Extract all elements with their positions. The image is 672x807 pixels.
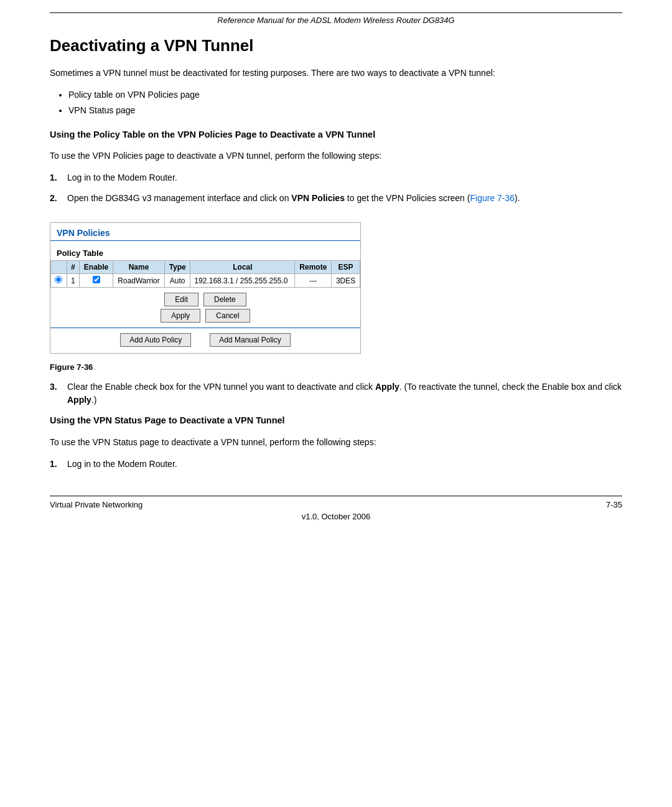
- step-3-end: .): [91, 395, 97, 405]
- add-auto-policy-button[interactable]: Add Auto Policy: [120, 333, 191, 347]
- header-text: Reference Manual for the ADSL Modem Wire…: [50, 16, 622, 25]
- step-1: 1. Log in to the Modem Router.: [50, 171, 622, 184]
- button-row-2: Apply Cancel: [50, 309, 360, 328]
- delete-button[interactable]: Delete: [203, 293, 246, 306]
- step-2-num: 2.: [50, 192, 67, 205]
- col-header-enable: Enable: [80, 261, 113, 274]
- section1-intro: To use the VPN Policies page to deactiva…: [50, 149, 622, 163]
- row-num: 1: [67, 274, 79, 288]
- step-3-num: 3.: [50, 380, 67, 407]
- page-title: Deactivating a VPN Tunnel: [50, 36, 622, 55]
- vpn-top-divider: [50, 240, 360, 241]
- row-esp: 3DES: [332, 274, 360, 288]
- row-enable[interactable]: [80, 274, 113, 288]
- table-header-row: # Enable Name Type Local Remote ESP: [51, 261, 360, 274]
- col-header-radio: [51, 261, 67, 274]
- section2-step-1-text: Log in to the Modem Router.: [67, 458, 622, 471]
- vpn-policies-box: VPN Policies Policy Table # Enable Name …: [50, 222, 361, 354]
- row-checkbox[interactable]: [93, 276, 100, 283]
- list-item: Policy table on VPN Policies page: [68, 88, 622, 101]
- section2-step-1-num: 1.: [50, 458, 67, 471]
- vpn-table: # Enable Name Type Local Remote ESP 1: [50, 260, 360, 288]
- section2-intro: To use the VPN Status page to deactivate…: [50, 436, 622, 449]
- row-radio[interactable]: [55, 276, 62, 283]
- step-3-before: Clear the Enable check box for the VPN t…: [67, 382, 375, 392]
- edit-button[interactable]: Edit: [164, 293, 198, 306]
- section1-heading: Using the Policy Table on the VPN Polici…: [50, 128, 622, 141]
- step-2-text-after: to get the VPN Policies screen (: [345, 193, 470, 203]
- add-manual-policy-button[interactable]: Add Manual Policy: [210, 333, 290, 347]
- footer: Virtual Private Networking 7-35: [50, 500, 622, 509]
- intro-paragraph: Sometimes a VPN tunnel must be deactivat…: [50, 67, 622, 80]
- step-3-mid: . (To reactivate the tunnel, check the E…: [399, 382, 622, 392]
- cancel-button[interactable]: Cancel: [205, 309, 250, 323]
- footer-right: 7-35: [606, 500, 622, 509]
- step-3-bold1: Apply: [375, 382, 399, 392]
- step-2-text-end: ).: [515, 193, 520, 203]
- bullet-list: Policy table on VPN Policies page VPN St…: [68, 88, 622, 117]
- footer-left: Virtual Private Networking: [50, 500, 142, 509]
- step-2-text-before: Open the DG834G v3 management interface …: [67, 193, 291, 203]
- figure-label: Figure 7-36: [50, 362, 622, 372]
- step-2: 2. Open the DG834G v3 management interfa…: [50, 192, 622, 205]
- step-1-text: Log in to the Modem Router.: [67, 171, 622, 184]
- col-header-esp: ESP: [332, 261, 360, 274]
- footer-divider: [50, 496, 622, 496]
- step-3-text: Clear the Enable check box for the VPN t…: [67, 380, 622, 407]
- section2-heading: Using the VPN Status Page to Deactivate …: [50, 414, 622, 427]
- col-header-local: Local: [190, 261, 295, 274]
- section2-step-1: 1. Log in to the Modem Router.: [50, 458, 622, 471]
- button-row-1: Edit Delete: [50, 288, 360, 309]
- row-name: RoadWarrior: [113, 274, 164, 288]
- step-3-bold2: Apply: [67, 395, 91, 405]
- apply-button[interactable]: Apply: [161, 309, 200, 323]
- row-radio-cell[interactable]: [51, 274, 67, 288]
- figure-link[interactable]: Figure 7-36: [470, 193, 515, 203]
- col-header-type: Type: [165, 261, 190, 274]
- row-remote: ---: [295, 274, 332, 288]
- col-header-remote: Remote: [295, 261, 332, 274]
- col-header-name: Name: [113, 261, 164, 274]
- step-2-bold: VPN Policies: [291, 193, 345, 203]
- col-header-num: #: [67, 261, 79, 274]
- step-3: 3. Clear the Enable check box for the VP…: [50, 380, 622, 407]
- list-item: VPN Status page: [68, 104, 622, 117]
- step-1-num: 1.: [50, 171, 67, 184]
- policy-table-label: Policy Table: [50, 246, 360, 260]
- row-local: 192.168.3.1 / 255.255.255.0: [190, 274, 295, 288]
- header-divider: [50, 12, 622, 13]
- table-row: 1 RoadWarrior Auto 192.168.3.1 / 255.255…: [51, 274, 360, 288]
- row-type: Auto: [165, 274, 190, 288]
- footer-center: v1.0, October 2006: [50, 512, 622, 521]
- step-2-text: Open the DG834G v3 management interface …: [67, 192, 622, 205]
- vpn-box-title: VPN Policies: [50, 223, 360, 240]
- add-policy-row: Add Auto Policy Add Manual Policy: [50, 333, 360, 353]
- vpn-figure: VPN Policies Policy Table # Enable Name …: [50, 222, 361, 354]
- vpn-bottom-divider: [50, 328, 360, 328]
